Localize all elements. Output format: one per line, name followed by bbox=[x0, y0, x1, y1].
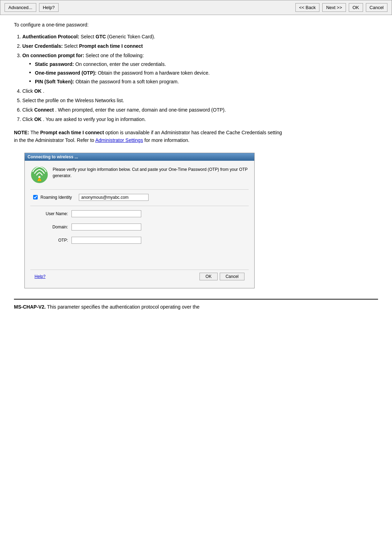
dialog-container: Connecting to wireless ... bbox=[24, 153, 255, 288]
steps-list: Authentication Protocol: Select GTC (Gen… bbox=[22, 33, 378, 123]
step3-text: Select one of the following: bbox=[85, 53, 144, 58]
otp-label: OTP: bbox=[33, 238, 68, 243]
dialog-footer: Help? OK Cancel bbox=[30, 270, 249, 283]
step6-suffix: . When prompted, enter the user name, do… bbox=[55, 107, 226, 113]
roaming-identity-row: Roaming Identity anonymous@myabc.com bbox=[30, 192, 249, 202]
step1-highlight: GTC bbox=[96, 34, 106, 39]
ms-chap-bold: MS-CHAP-V2. bbox=[14, 304, 46, 310]
dialog-info-row: ! Please verify your login information b… bbox=[30, 166, 249, 184]
main-content: To configure a one-time password: Authen… bbox=[0, 15, 392, 321]
dialog-info-text: Please verify your login information bel… bbox=[53, 166, 249, 179]
step1-text: Select bbox=[81, 34, 96, 39]
step3-bold: On connection prompt for: bbox=[22, 53, 84, 58]
dialog-body: ! Please verify your login information b… bbox=[25, 161, 254, 288]
roaming-label: Roaming Identity bbox=[40, 195, 72, 200]
sub2-bold: One-time password (OTP): bbox=[35, 70, 97, 76]
step7-suffix: . You are asked to verify your log in in… bbox=[43, 116, 146, 122]
step-5: Select the profile on the Wireless Netwo… bbox=[22, 97, 378, 104]
step4-text: Click bbox=[22, 88, 34, 94]
dialog-help-link[interactable]: Help? bbox=[35, 274, 45, 279]
step6-text: Click bbox=[22, 107, 34, 113]
svg-text:!: ! bbox=[39, 179, 40, 181]
note-label: NOTE: bbox=[14, 130, 29, 135]
dialog-titlebar: Connecting to wireless ... bbox=[25, 153, 254, 161]
ms-chap-text: This parameter specifies the authenticat… bbox=[47, 304, 199, 310]
step-3: On connection prompt for: Select one of … bbox=[22, 52, 378, 85]
otp-input[interactable] bbox=[71, 237, 141, 244]
domain-label: Domain: bbox=[33, 225, 68, 229]
step4-bold: OK bbox=[34, 88, 42, 94]
note-bold: Prompt each time I connect bbox=[40, 130, 104, 135]
step7-text: Click bbox=[22, 116, 34, 122]
step1-bold: Authentication Protocol: bbox=[22, 34, 79, 39]
step5-text: Select the profile on the Wireless Netwo… bbox=[22, 98, 124, 103]
sub1-text: On connection, enter the user credential… bbox=[75, 61, 166, 67]
note-block: NOTE: The Prompt each time I connect opt… bbox=[14, 129, 286, 144]
toolbar: Advanced... Help? << Back Next >> OK Can… bbox=[0, 0, 392, 15]
otp-field-row: OTP: bbox=[30, 235, 249, 245]
sub2-text: Obtain the password from a hardware toke… bbox=[98, 70, 210, 76]
cancel-button[interactable]: Cancel bbox=[366, 3, 387, 12]
step4-suffix: . bbox=[43, 88, 44, 94]
admin-settings-link[interactable]: Administrator Settings bbox=[95, 137, 143, 143]
wifi-icon: ! bbox=[30, 166, 48, 184]
sub-item-3: PIN (Soft Token): Obtain the password fr… bbox=[29, 78, 378, 85]
dialog-ok-button[interactable]: OK bbox=[199, 273, 217, 280]
domain-input[interactable] bbox=[71, 224, 141, 230]
dialog-title: Connecting to wireless ... bbox=[28, 154, 78, 159]
step7-bold: OK bbox=[34, 116, 42, 122]
step-6: Click Connect . When prompted, enter the… bbox=[22, 106, 378, 114]
advanced-button[interactable]: Advanced... bbox=[5, 3, 36, 12]
sub3-bold: PIN (Soft Token): bbox=[35, 79, 74, 84]
step2-bold: User Credentials: bbox=[22, 43, 63, 49]
sub-item-2: One-time password (OTP): Obtain the pass… bbox=[29, 69, 378, 77]
step-7: Click OK . You are asked to verify your … bbox=[22, 116, 378, 123]
roaming-checkbox[interactable] bbox=[33, 195, 38, 199]
username-label: User Name: bbox=[33, 211, 68, 216]
step-1: Authentication Protocol: Select GTC (Gen… bbox=[22, 33, 378, 40]
help-button[interactable]: Help? bbox=[39, 3, 59, 12]
step1-suffix: (Generic Token Card). bbox=[107, 34, 155, 39]
back-button[interactable]: << Back bbox=[295, 3, 320, 12]
step2-text: Select bbox=[64, 43, 79, 49]
intro-text: To configure a one-time password: bbox=[14, 22, 378, 28]
username-input[interactable] bbox=[71, 210, 141, 217]
roaming-value: anonymous@myabc.com bbox=[79, 194, 149, 201]
dialog-divider bbox=[30, 189, 249, 190]
step6-bold: Connect bbox=[34, 107, 54, 113]
next-button[interactable]: Next >> bbox=[322, 3, 346, 12]
sub3-text: Obtain the password from a soft token pr… bbox=[75, 79, 179, 84]
domain-field-row: Domain: bbox=[30, 222, 249, 232]
dialog-divider2 bbox=[30, 206, 249, 206]
note-text3: for more information. bbox=[144, 137, 189, 143]
sub1-bold: Static password: bbox=[35, 61, 74, 67]
sub-item-1: Static password: On connection, enter th… bbox=[29, 61, 378, 68]
ok-button[interactable]: OK bbox=[349, 3, 363, 12]
dialog-cancel-button[interactable]: Cancel bbox=[220, 273, 244, 280]
step-2: User Credentials: Select Prompt each tim… bbox=[22, 43, 378, 50]
ms-chap-section: MS-CHAP-V2. This parameter specifies the… bbox=[14, 299, 378, 311]
step2-highlight: Prompt each time I connect bbox=[79, 43, 143, 49]
note-text1: The bbox=[30, 130, 40, 135]
username-field-row: User Name: bbox=[30, 209, 249, 219]
step-4: Click OK . bbox=[22, 88, 378, 95]
sub-items-list: Static password: On connection, enter th… bbox=[29, 61, 378, 85]
